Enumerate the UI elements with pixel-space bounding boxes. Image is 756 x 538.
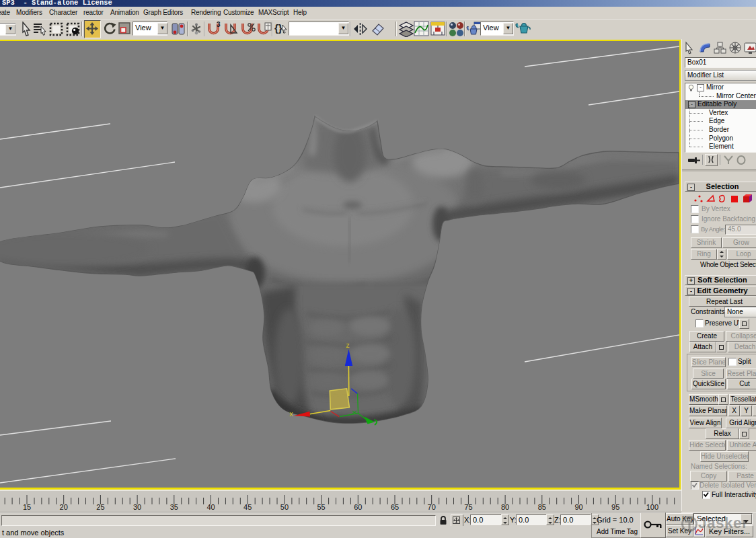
svg-text:45: 45	[243, 503, 252, 511]
svg-text:3: 3	[217, 21, 221, 28]
svg-text:z: z	[346, 342, 350, 350]
svg-text:75: 75	[464, 503, 472, 511]
svg-text:40: 40	[206, 503, 215, 511]
svg-text:20: 20	[60, 503, 68, 511]
svg-text:100: 100	[646, 503, 658, 511]
svg-text:{}: {}	[274, 22, 282, 34]
svg-text:55: 55	[317, 503, 325, 511]
svg-text:30: 30	[133, 503, 141, 511]
svg-text:95: 95	[611, 503, 619, 511]
svg-text:25: 25	[96, 503, 104, 511]
svg-text:60: 60	[354, 503, 362, 511]
svg-text:80: 80	[501, 503, 509, 511]
svg-text:x: x	[289, 411, 293, 418]
svg-text:90: 90	[574, 503, 582, 511]
svg-text:70: 70	[428, 503, 436, 511]
svg-text:35: 35	[170, 503, 178, 511]
svg-text:15: 15	[23, 503, 31, 511]
svg-text:65: 65	[391, 503, 399, 511]
svg-text:85: 85	[538, 503, 546, 511]
svg-text:50: 50	[280, 503, 289, 511]
